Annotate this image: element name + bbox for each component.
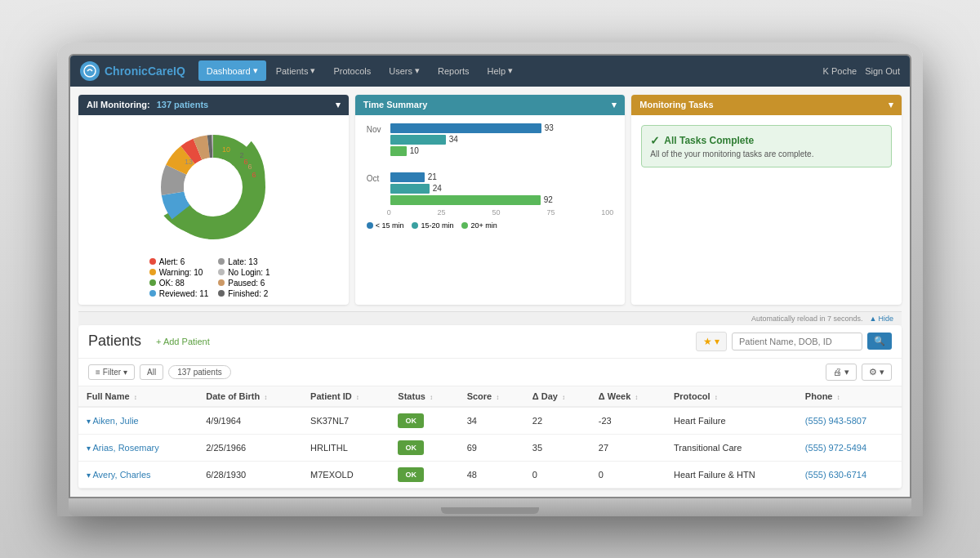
oct-group: Oct 21 24 (367, 172, 614, 205)
table-header-row: Full Name ↕ Date of Birth ↕ Patient ID ↕… (78, 386, 902, 407)
legend-15to20: 15-20 min (412, 221, 453, 230)
table-row: ▾ Avery, Charles 6/28/1930 M7EXOLD OK 48… (78, 461, 902, 488)
legend-alert: Alert: 6 (149, 257, 209, 266)
nologin-dot (218, 269, 225, 275)
search-button[interactable]: 🔍 (867, 333, 892, 350)
time-summary-header: Time Summary ▾ (355, 95, 626, 115)
patients-header: Patients + Add Patient ★ ▾ 🔍 (78, 325, 902, 359)
chart-bars: Nov 93 34 (367, 123, 614, 205)
search-area: ★ ▾ 🔍 (696, 332, 892, 351)
task-success-box: ✓ All Tasks Complete All of the your mon… (641, 125, 892, 167)
cell-protocol: Transitional Care (666, 434, 797, 461)
legend-warning: Warning: 10 (149, 268, 209, 277)
tasks-widget: Monitoring Tasks ▾ ✓ All Tasks Complete … (631, 95, 902, 305)
widgets-row: All Monitoring: 137 patients ▾ (78, 95, 902, 305)
legend-finished: Finished: 2 (218, 289, 278, 298)
nav-users[interactable]: Users ▾ (381, 60, 428, 81)
paused-dot (218, 279, 225, 286)
cell-phone: (555) 972-5494 (797, 434, 902, 461)
chart-axis: 0 25 50 75 100 (367, 208, 614, 217)
nav-dashboard[interactable]: Dashboard ▾ (198, 60, 266, 81)
legend-reviewed: Reviewed: 11 (149, 289, 209, 298)
time-summary-body: Nov 93 34 (355, 115, 626, 238)
patient-name-link[interactable]: Arias, Rosemary (92, 443, 158, 453)
svg-text:6: 6 (252, 171, 256, 179)
patient-name-link[interactable]: Avery, Charles (92, 470, 150, 480)
col-phone: Phone ↕ (797, 386, 902, 407)
monitoring-dropdown-icon[interactable]: ▾ (336, 100, 341, 110)
cell-phone: (555) 630-6714 (797, 461, 902, 488)
monitoring-widget: All Monitoring: 137 patients ▾ (78, 95, 349, 305)
oct-bar-3: 92 (390, 195, 614, 205)
nav-protocols[interactable]: Protocols (325, 61, 379, 81)
cell-status: OK (390, 461, 458, 488)
laptop-base (69, 498, 911, 516)
phone-link[interactable]: (555) 972-5494 (805, 443, 866, 453)
svg-point-0 (84, 65, 96, 77)
time-summary-dropdown-icon[interactable]: ▾ (612, 100, 617, 110)
cell-deltaweek: 0 (590, 461, 666, 488)
row-expand-arrow[interactable]: ▾ (87, 444, 91, 453)
patient-name-link[interactable]: Aiken, Julie (92, 416, 138, 426)
settings-button[interactable]: ⚙ ▾ (862, 364, 892, 381)
patients-count: 137 patients (168, 365, 231, 379)
nov-bar-2: 34 (390, 135, 614, 145)
cell-patientid: SK37NL7 (302, 407, 390, 435)
svg-text:2: 2 (240, 151, 244, 159)
print-button[interactable]: 🖨 ▾ (826, 364, 857, 381)
hide-button[interactable]: ▲ Hide (870, 315, 893, 323)
main-content: All Monitoring: 137 patients ▾ (70, 87, 910, 497)
cell-deltaday: 22 (524, 407, 590, 435)
filter-icon: ≡ (96, 368, 100, 377)
svg-text:10: 10 (222, 145, 230, 154)
logo-icon (80, 61, 100, 81)
row-expand-arrow[interactable]: ▾ (87, 417, 91, 426)
sign-out-link[interactable]: Sign Out (865, 66, 900, 76)
tasks-dropdown-icon[interactable]: ▾ (889, 100, 893, 110)
laptop-notch (441, 507, 539, 514)
auto-reload-bar: Automatically reload in 7 seconds. ▲ Hid… (78, 311, 902, 325)
col-deltaweek: Δ Week ↕ (590, 386, 666, 407)
cell-score: 34 (459, 407, 524, 435)
cell-deltaweek: 27 (590, 434, 666, 461)
donut-legend: Alert: 6 Late: 13 Warning: 10 (149, 257, 278, 298)
svg-point-9 (184, 158, 243, 217)
col-status: Status ↕ (390, 386, 458, 407)
filter-button[interactable]: ≡ Filter ▾ (88, 364, 135, 380)
cell-status: OK (390, 434, 458, 461)
status-badge: OK (398, 467, 424, 482)
oct-bar-2: 24 (390, 184, 614, 194)
cell-score: 48 (459, 461, 524, 488)
ok-dot (149, 279, 156, 286)
all-button[interactable]: All (140, 364, 163, 380)
cell-status: OK (390, 407, 458, 435)
status-badge: OK (398, 440, 424, 455)
star-filter-button[interactable]: ★ ▾ (696, 332, 727, 351)
phone-link[interactable]: (555) 630-6714 (805, 470, 866, 480)
cell-patientid: M7EXOLD (302, 461, 390, 488)
cell-phone: (555) 943-5807 (797, 407, 902, 435)
chart-legend: < 15 min 15-20 min 20+ min (367, 221, 614, 230)
col-dob: Date of Birth ↕ (198, 386, 302, 407)
user-name: K Poche (823, 66, 858, 76)
col-fullname: Full Name ↕ (78, 386, 198, 407)
reviewed-dot (149, 290, 156, 297)
legend-late: Late: 13 (218, 257, 278, 266)
table-row: ▾ Arias, Rosemary 2/25/1966 HRLITHL OK 6… (78, 434, 902, 461)
laptop-screen: ChronicCareIQ Dashboard ▾ Patients ▾ Pro… (69, 54, 911, 498)
chart-spacer (367, 161, 614, 167)
tasks-widget-header: Monitoring Tasks ▾ (631, 95, 902, 115)
patients-toolbar: ≡ Filter ▾ All 137 patients 🖨 ▾ ⚙ ▾ (78, 359, 902, 386)
nov-bar-3: 10 (390, 146, 614, 156)
col-deltaday: Δ Day ↕ (524, 386, 590, 407)
patient-search-input[interactable] (732, 333, 862, 350)
nav-help[interactable]: Help ▾ (479, 60, 522, 81)
cell-score: 69 (459, 434, 524, 461)
patients-section: Patients + Add Patient ★ ▾ 🔍 ≡ Filter ▾ … (78, 325, 902, 489)
table-row: ▾ Aiken, Julie 4/9/1964 SK37NL7 OK 34 22… (78, 407, 902, 435)
row-expand-arrow[interactable]: ▾ (87, 471, 91, 480)
nav-reports[interactable]: Reports (430, 61, 478, 81)
nav-patients[interactable]: Patients ▾ (268, 60, 324, 81)
add-patient-button[interactable]: + Add Patient (156, 337, 210, 346)
phone-link[interactable]: (555) 943-5807 (805, 416, 866, 426)
